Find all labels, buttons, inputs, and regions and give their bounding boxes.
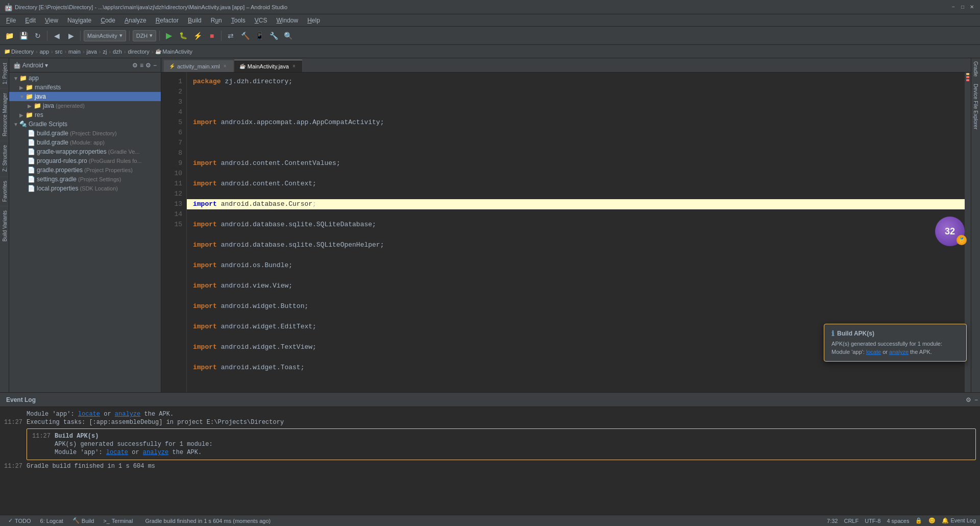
debug-btn[interactable]: 🐛 [177,30,189,42]
minimize-button[interactable]: − [949,3,958,11]
toolbar-save-btn[interactable]: 💾 [17,30,30,42]
chevron-down-icon2: ▾ [150,32,153,39]
tree-item-build-gradle-module[interactable]: 📄 build.gradle (Module: app) [9,138,161,147]
collapse-icon[interactable]: − [153,62,157,69]
tab-structure[interactable]: Z: Structure [0,140,9,176]
stop-btn[interactable]: ■ [206,30,218,42]
notif-analyze-link[interactable]: analyze [889,349,909,355]
build-btn[interactable]: 🔨 [239,30,251,42]
maximize-button[interactable]: □ [959,3,967,11]
project-tree: ▼ 📁 app ▶ 📁 manifests ▼ 📁 java ▶ [9,73,161,392]
breadcrumb-src[interactable]: src [55,49,63,55]
menu-window[interactable]: Window [272,16,302,25]
tree-item-local-properties[interactable]: 📄 local.properties (SDK Location) [9,184,161,193]
tab-project[interactable]: 1: Project [0,58,9,88]
menu-analyze[interactable]: Analyze [120,16,151,25]
window-controls[interactable]: − □ ✕ [949,3,976,11]
tree-item-app[interactable]: ▼ 📁 app [9,74,161,83]
toolbar-forward-btn[interactable]: ▶ [65,30,77,42]
close-button[interactable]: ✕ [968,3,976,11]
menu-navigate[interactable]: Navigate [63,16,95,25]
tree-item-settings-gradle[interactable]: 📄 settings.gradle (Project Settings) [9,175,161,184]
tab-gradle[interactable]: Gradle [972,58,979,80]
tree-item-gradle-properties[interactable]: 📄 gradle.properties (Project Properties) [9,165,161,175]
log-link-analyze2[interactable]: analyze [143,449,168,456]
device-dropdown[interactable]: DZH ▾ [133,30,157,41]
sort-icon[interactable]: ≡ [140,62,143,69]
menu-vcs[interactable]: VCS [251,16,272,25]
profile-btn[interactable]: ⚡ [191,30,204,42]
status-spaces[interactable]: 4 spaces [887,518,909,524]
search-everywhere-btn[interactable]: 🔍 [282,30,294,42]
menu-build[interactable]: Build [184,16,206,25]
menu-run[interactable]: Run [207,16,226,25]
tree-item-java-generated[interactable]: ▶ 📁 java (generated) [9,101,161,110]
terminal-tab[interactable]: >_ Terminal [99,516,137,525]
gear-icon[interactable]: ⚙ [132,62,138,69]
tab-close-xml[interactable]: × [222,63,228,69]
tree-item-manifests[interactable]: ▶ 📁 manifests [9,83,161,92]
scrollbar-mark [966,73,969,75]
menu-view[interactable]: View [41,16,62,25]
tree-item-res[interactable]: ▶ 📁 res [9,110,161,119]
breadcrumb-main[interactable]: main [68,49,81,55]
settings-icon[interactable]: ⚙ [966,396,971,403]
menu-tools[interactable]: Tools [227,16,250,25]
tab-mainactivity-java[interactable]: ☕ MainActivity.java × [234,60,303,72]
menu-help[interactable]: Help [303,16,324,25]
minimize-panel-icon[interactable]: − [974,396,978,403]
status-crlf[interactable]: CRLF [844,518,859,524]
build-icon: 🔨 [72,517,80,524]
settings-icon[interactable]: ⚙ [145,62,151,69]
breadcrumb-dzh[interactable]: dzh [113,49,122,55]
breadcrumb-bar: 📁 Directory › app › src › main › java › … [0,45,980,58]
log-link-analyze[interactable]: analyze [115,411,140,418]
avd-btn[interactable]: 📱 [253,30,265,42]
menu-file[interactable]: File [2,16,20,25]
menu-code[interactable]: Code [96,16,119,25]
log-link-locate[interactable]: locate [78,411,100,418]
tree-sublabel: (Gradle Ve... [108,149,140,155]
event-log-btn[interactable]: 🔔 Event Log [942,517,976,524]
build-tab[interactable]: 🔨 Build [68,516,98,525]
breadcrumb-java[interactable]: java [87,49,97,55]
menu-refactor[interactable]: Refactor [152,16,183,25]
window-title: Directory [E:\Projects\Directory] - ...\… [15,4,287,10]
breadcrumb-mainactivity[interactable]: MainActivity [162,49,192,55]
status-right: 7:32 CRLF UTF-8 4 spaces 🔒 😊 🔔 Event Log [827,517,976,524]
bottom-area: Event Log ⚙ − Module 'app': locate or an… [0,392,980,515]
sdk-btn[interactable]: 🔧 [267,30,280,42]
toolbar-back-btn[interactable]: ◀ [51,30,63,42]
tree-label: gradle.properties [37,166,83,174]
tab-resource-manager[interactable]: Resource Manager [0,88,9,140]
bottom-tabs-left: Event Log [2,396,40,403]
breadcrumb-zj[interactable]: zj [103,49,107,55]
toolbar-refresh-btn[interactable]: ↻ [32,30,44,42]
tab-favorites[interactable]: Favorites [0,176,9,206]
toolbar: 📁 💾 ↻ ◀ ▶ MainActivity ▾ DZH ▾ ▶ 🐛 ⚡ ■ ⇄… [0,27,980,45]
configuration-dropdown[interactable]: MainActivity ▾ [84,30,126,41]
status-encoding[interactable]: UTF-8 [865,518,880,524]
todo-tab[interactable]: ✓ TODO [4,516,35,525]
tab-build-variants[interactable]: Build Variants [0,206,9,246]
tab-activity-main-xml[interactable]: ⚡ activity_main.xml × [163,60,234,72]
tree-item-gradle-scripts[interactable]: ▼ 🔩 Gradle Scripts [9,119,161,129]
tree-item-java[interactable]: ▼ 📁 java [9,92,161,101]
toolbar-open-btn[interactable]: 📁 [3,30,15,42]
sync-btn[interactable]: ⇄ [225,30,237,42]
breadcrumb-app[interactable]: app [40,49,49,55]
logcat-tab[interactable]: 6: Logcat [36,516,67,525]
breadcrumb-directory2[interactable]: directory [128,49,149,55]
tree-item-proguard[interactable]: 📄 proguard-rules.pro (ProGuard Rules fo.… [9,156,161,165]
log-link-locate2[interactable]: locate [106,449,128,456]
tree-item-gradle-wrapper[interactable]: 📄 gradle-wrapper.properties (Gradle Ve..… [9,147,161,156]
notif-locate-link[interactable]: locate [866,349,881,355]
run-btn[interactable]: ▶ [163,30,175,42]
tab-close-java[interactable]: × [291,63,297,69]
tree-item-build-gradle-project[interactable]: 📄 build.gradle (Project: Directory) [9,129,161,138]
tab-device-file-explorer[interactable]: Device File Explorer [972,81,979,132]
breadcrumb-directory[interactable]: Directory [11,49,34,55]
android-dropdown[interactable]: 🤖 Android ▾ [13,62,48,69]
menu-edit[interactable]: Edit [21,16,40,25]
xml-icon: ⚡ [169,63,175,69]
